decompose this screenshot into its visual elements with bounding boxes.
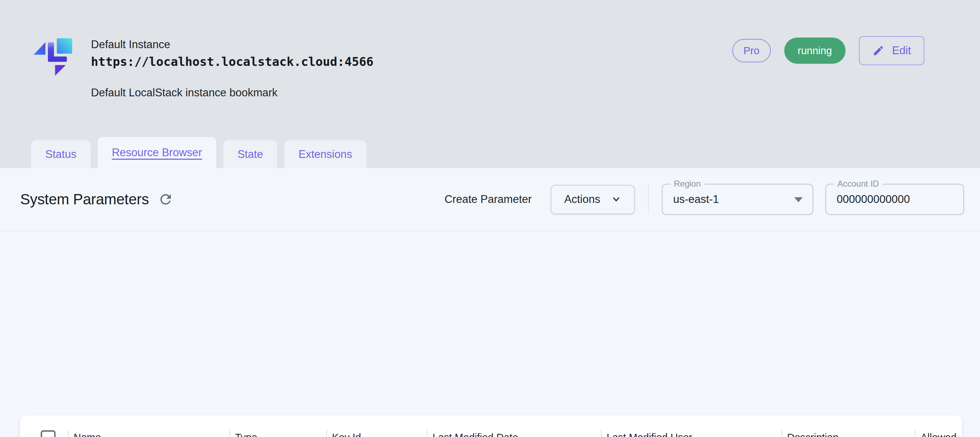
instance-header: Default Instance https://localhost.local… (91, 38, 373, 99)
column-header-last-modified-user[interactable]: Last Modified User (601, 415, 781, 437)
edit-button[interactable]: Edit (859, 36, 924, 65)
pencil-icon (872, 45, 885, 57)
column-header-last-modified-date[interactable]: Last Modified Date (427, 415, 601, 437)
region-select-value: us-east-1 (663, 193, 719, 206)
column-header-description[interactable]: Description (781, 415, 915, 437)
actions-button-label: Actions (564, 193, 600, 206)
edit-button-label: Edit (892, 44, 911, 57)
account-id-field: Account ID (825, 184, 964, 215)
account-id-label: Account ID (834, 179, 882, 189)
select-all-checkbox[interactable] (41, 430, 56, 437)
tab-state[interactable]: State (223, 140, 277, 168)
tab-extensions[interactable]: Extensions (284, 140, 366, 168)
parameters-table-card: Name Type Key Id Last Modified Date Last… (20, 415, 962, 437)
page-title: System Parameters (20, 191, 149, 208)
column-header-type[interactable]: Type (229, 415, 326, 437)
table-header-row: Name Type Key Id Last Modified Date Last… (20, 415, 962, 437)
localstack-instance-page: Default Instance https://localhost.local… (0, 0, 980, 437)
plan-badge: Pro (732, 39, 771, 62)
instance-url: https://localhost.localstack.cloud:4566 (91, 54, 373, 69)
instance-description: Default LocalStack instance bookmark (91, 86, 373, 99)
resource-browser-panel: System Parameters Create Parameter Actio… (0, 168, 980, 437)
toolbar: System Parameters Create Parameter Actio… (0, 168, 980, 231)
column-header-key-id[interactable]: Key Id (326, 415, 427, 437)
table-header-checkbox-cell (20, 415, 68, 437)
region-select-label: Region (670, 179, 704, 189)
instance-title: Default Instance (91, 38, 373, 51)
actions-button[interactable]: Actions (551, 185, 635, 214)
region-select[interactable]: Region us-east-1 (662, 184, 813, 215)
refresh-icon (158, 191, 173, 207)
column-header-allowed[interactable]: Allowed (915, 415, 962, 437)
account-id-input[interactable] (826, 193, 963, 206)
toolbar-divider (648, 185, 649, 214)
tab-status[interactable]: Status (31, 140, 91, 168)
column-header-name[interactable]: Name (68, 415, 229, 437)
instance-badges: Pro running Edit (732, 36, 924, 65)
refresh-button[interactable] (158, 191, 174, 207)
create-parameter-button[interactable]: Create Parameter (442, 193, 534, 206)
status-badge: running (784, 38, 845, 64)
instance-tabs: Status Resource Browser State Extensions (31, 137, 366, 168)
localstack-logo (31, 34, 76, 79)
chevron-down-icon (611, 194, 622, 205)
dropdown-arrow-icon (794, 197, 803, 202)
tab-resource-browser[interactable]: Resource Browser (98, 137, 216, 168)
